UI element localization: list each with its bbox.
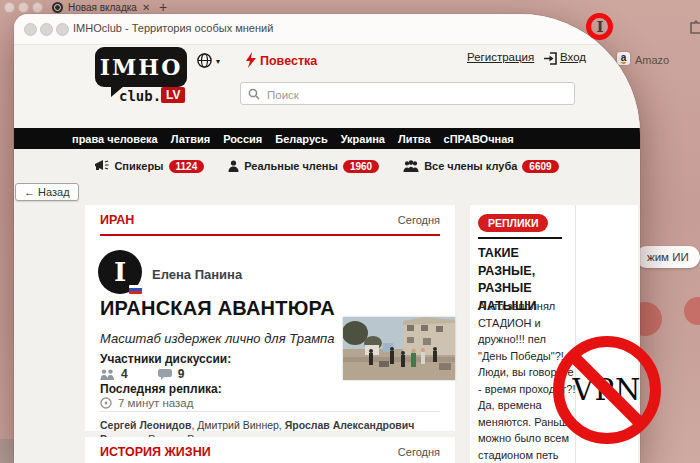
- tab-title[interactable]: Новая вкладка: [68, 2, 137, 13]
- club-stats-bar: Спикеры 1124 Реальные члены 1960 Все ч: [14, 154, 640, 178]
- search-icon: [248, 88, 260, 100]
- article-thumbnail[interactable]: [343, 317, 455, 380]
- no-vpn-sign: VPN: [553, 336, 661, 444]
- author-name[interactable]: Елена Панина: [152, 267, 242, 282]
- nav-item-human-rights[interactable]: права человека: [72, 133, 158, 145]
- amazon-favicon[interactable]: a: [617, 52, 630, 65]
- imhoclub-logo[interactable]: IMHO: [95, 47, 187, 87]
- login-link[interactable]: Вход: [560, 51, 586, 63]
- stat-label: Все члены клуба: [424, 160, 517, 172]
- minimize-window-button[interactable]: [40, 23, 53, 36]
- next-article-date: Сегодня: [398, 446, 440, 458]
- stat-label: Реальные члены: [244, 160, 338, 172]
- next-article-category[interactable]: ИСТОРИЯ ЖИЗНИ: [100, 445, 211, 459]
- commenter-name[interactable]: Дмитрий Виннер: [197, 419, 279, 431]
- nav-item-belarus[interactable]: Беларусь: [275, 133, 327, 145]
- register-link[interactable]: Регистрация: [467, 51, 534, 63]
- extensions-puzzle-icon[interactable]: [689, 17, 700, 35]
- commenter-name[interactable]: Сергей Леонидов: [100, 419, 191, 431]
- nav-item-reference[interactable]: сПРАВОчная: [444, 133, 514, 145]
- participants-label: Участники дискуссии:: [100, 352, 231, 366]
- logo-club-label: club.: [119, 88, 161, 104]
- bg-window-control[interactable]: [32, 2, 43, 13]
- replies-badge[interactable]: РЕПЛИКИ: [478, 214, 548, 232]
- nav-item-lithuania[interactable]: Литва: [398, 133, 431, 145]
- logo-lv-badge: LV: [161, 87, 185, 103]
- login-icon: [544, 52, 557, 65]
- stat-all-members[interactable]: Все члены клуба 6609: [403, 160, 558, 173]
- language-globe-icon[interactable]: [197, 53, 212, 68]
- annotation-red-circle: [586, 13, 613, 40]
- people-icon: [403, 160, 419, 172]
- window-titlebar[interactable]: IMHOclub - Территория особых мнений: [14, 14, 640, 45]
- imhoclub-window: IMHOclub - Территория особых мнений IMHO…: [14, 14, 640, 463]
- search-box: [240, 82, 575, 105]
- close-window-button[interactable]: [24, 23, 37, 36]
- stat-badge: 1960: [343, 160, 379, 173]
- category-underline: [100, 234, 440, 236]
- article-category[interactable]: ИРАН: [100, 213, 134, 227]
- discussion-counts: 4 9: [100, 367, 184, 381]
- nav-item-latvia[interactable]: Латвия: [171, 133, 210, 145]
- last-reply-label: Последняя реплика:: [100, 382, 222, 396]
- bg-red-logo: [684, 297, 700, 325]
- megaphone-icon: [95, 160, 109, 172]
- stat-real-members[interactable]: Реальные члены 1960: [228, 160, 379, 173]
- zoom-window-button[interactable]: [56, 23, 69, 36]
- window-title: IMHOclub - Территория особых мнений: [73, 22, 273, 34]
- next-article-card[interactable]: ИСТОРИЯ ЖИЗНИ Сегодня: [85, 437, 455, 463]
- clock-icon: [100, 397, 112, 409]
- tab-favicon: [52, 2, 63, 13]
- comments-icon: [158, 369, 172, 380]
- comments-count: 9: [178, 367, 185, 381]
- back-button[interactable]: ← Назад: [15, 183, 79, 201]
- nav-item-russia[interactable]: Россия: [223, 133, 262, 145]
- ai-mode-button[interactable]: жим ИИ: [636, 246, 700, 268]
- person-icon: [228, 160, 239, 172]
- bg-window-control[interactable]: [4, 2, 15, 13]
- search-input[interactable]: [265, 83, 569, 106]
- article-date: Сегодня: [398, 214, 440, 226]
- lightning-icon: [246, 52, 256, 68]
- destroyed-street-photo: [343, 317, 455, 380]
- participants-count: 4: [121, 367, 128, 381]
- last-reply-time-row: 7 минут назад: [100, 397, 193, 409]
- bg-window-control[interactable]: [18, 2, 29, 13]
- main-navigation: права человека Латвия Россия Беларусь Ук…: [14, 128, 640, 149]
- last-reply-time: 7 минут назад: [118, 397, 193, 409]
- article-title[interactable]: ИРАНСКАЯ АВАНТЮРА: [100, 297, 335, 320]
- amazon-suggestion-label[interactable]: Amazo: [635, 54, 669, 66]
- stat-label: Спикеры: [114, 160, 163, 172]
- badge-underline: [478, 237, 562, 239]
- stat-speakers[interactable]: Спикеры 1124: [95, 160, 204, 173]
- stat-badge: 1124: [169, 160, 205, 173]
- agenda-link[interactable]: Повестка: [260, 54, 317, 68]
- screenshot-stage: Новая вкладка ✕ + a Amazo жим ИИ IMHOclu…: [0, 0, 700, 463]
- tab-close-icon[interactable]: ✕: [142, 2, 150, 13]
- nav-item-ukraine[interactable]: Украина: [341, 133, 385, 145]
- chevron-down-icon[interactable]: ▾: [216, 57, 220, 66]
- article-card[interactable]: ИРАН Сегодня I Елена Панина ИРАНСКАЯ АВА…: [85, 205, 455, 431]
- new-tab-icon[interactable]: +: [159, 0, 167, 15]
- russia-flag-icon: [129, 285, 142, 294]
- stat-badge: 6609: [522, 160, 558, 173]
- bg-window-edge: [0, 439, 14, 463]
- participants-icon: [100, 369, 115, 380]
- article-subtitle: Масштаб издержек лично для Трампа: [100, 331, 335, 346]
